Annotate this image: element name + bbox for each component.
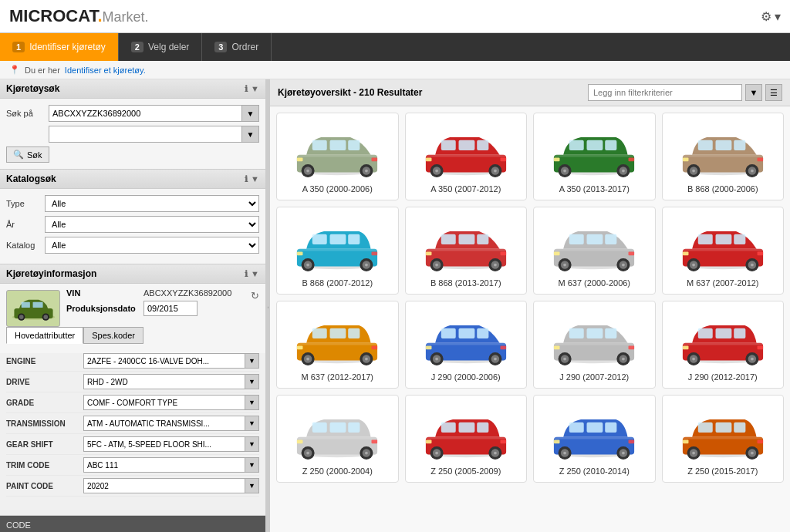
left-panel: Kjøretøysøk ℹ ▼ Søk på ▼ bbox=[0, 79, 266, 532]
vehicle-search-section: Kjøretøysøk ℹ ▼ Søk på ▼ bbox=[0, 79, 265, 170]
svg-rect-94 bbox=[569, 234, 584, 244]
car-card-image bbox=[283, 308, 391, 369]
attr-dropdown-arrow[interactable]: ▼ bbox=[245, 416, 259, 431]
car-svg bbox=[671, 123, 775, 178]
car-card[interactable]: J 290 (2000-2006) bbox=[405, 301, 528, 389]
svg-rect-217 bbox=[554, 437, 634, 439]
svg-rect-11 bbox=[330, 140, 346, 150]
attr-dropdown-arrow[interactable]: ▼ bbox=[245, 457, 259, 473]
car-card-label: Z 250 (2010-2014) bbox=[559, 466, 630, 476]
car-card[interactable]: B 868 (2007-2012) bbox=[276, 207, 399, 295]
car-card[interactable]: Z 250 (2010-2014) bbox=[533, 395, 656, 483]
svg-rect-119 bbox=[683, 249, 763, 251]
svg-rect-215 bbox=[554, 439, 560, 443]
year-row: År Alle bbox=[6, 216, 259, 233]
attr-value-input[interactable] bbox=[83, 457, 245, 473]
info-icon[interactable]: ℹ bbox=[245, 84, 248, 94]
tab-select-parts[interactable]: 2 Velg deler bbox=[119, 33, 203, 61]
attr-value-input[interactable] bbox=[83, 374, 245, 389]
search-input[interactable] bbox=[49, 105, 242, 122]
attr-dropdown-arrow[interactable]: ▼ bbox=[245, 436, 259, 452]
svg-point-158 bbox=[622, 358, 625, 361]
tab-identify-vehicle[interactable]: 1 Identifiser kjøretøy bbox=[0, 33, 119, 61]
breadcrumb-prefix: Du er her bbox=[25, 66, 60, 75]
car-card-label: A 350 (2000-2006) bbox=[302, 184, 373, 194]
search-dropdown-arrow[interactable]: ▼ bbox=[242, 105, 259, 122]
catalog-select[interactable]: Alle bbox=[45, 237, 259, 254]
svg-rect-122 bbox=[312, 328, 327, 338]
catalog-triangle-icon[interactable]: ▼ bbox=[251, 174, 259, 184]
vehicle-info-section: Kjøretøyinformasjon ℹ ▼ bbox=[0, 264, 265, 516]
tab-label-1: Identifiser kjøretøy bbox=[29, 42, 106, 52]
refresh-icon[interactable]: ↻ bbox=[251, 290, 259, 301]
attr-dropdown-arrow[interactable]: ▼ bbox=[245, 353, 259, 369]
svg-point-214 bbox=[622, 452, 625, 455]
attr-value-input[interactable] bbox=[83, 353, 245, 369]
svg-rect-137 bbox=[458, 328, 474, 338]
svg-rect-12 bbox=[348, 140, 360, 150]
vin-label: VIN bbox=[66, 288, 143, 298]
svg-rect-180 bbox=[348, 423, 360, 433]
car-card[interactable]: A 350 (2013-2017) bbox=[533, 113, 656, 200]
filter-input[interactable] bbox=[588, 84, 742, 101]
car-card[interactable]: A 350 (2007-2012) bbox=[405, 113, 528, 200]
logo-market: Market. bbox=[103, 9, 149, 25]
year-select[interactable]: Alle bbox=[45, 216, 259, 233]
attr-value-input[interactable] bbox=[83, 416, 245, 431]
attr-dropdown-arrow[interactable]: ▼ bbox=[245, 374, 259, 389]
svg-point-130 bbox=[365, 358, 368, 361]
car-card[interactable]: M 637 (2000-2006) bbox=[533, 207, 656, 295]
filter-dropdown-btn[interactable]: ▼ bbox=[745, 84, 762, 101]
car-svg bbox=[671, 405, 775, 460]
main-content: Kjøretøysøk ℹ ▼ Søk på ▼ bbox=[0, 79, 790, 532]
attr-key: DRIVE bbox=[6, 378, 83, 386]
filter-grid-btn[interactable]: ☰ bbox=[765, 84, 782, 101]
right-header: Kjøretøyoversikt - 210 Resultater ▼ ☰ bbox=[270, 79, 790, 106]
svg-point-116 bbox=[751, 264, 754, 267]
second-dropdown-arrow[interactable]: ▼ bbox=[242, 126, 259, 143]
svg-rect-221 bbox=[715, 423, 731, 433]
type-select-wrap: Alle bbox=[45, 195, 259, 212]
search-label: Søk på bbox=[6, 109, 49, 118]
second-search-input[interactable] bbox=[49, 126, 242, 143]
search-button[interactable]: 🔍 Søk bbox=[6, 146, 49, 163]
attr-value-input[interactable] bbox=[83, 436, 245, 452]
car-card[interactable]: Z 250 (2015-2017) bbox=[662, 395, 785, 483]
svg-point-186 bbox=[365, 452, 368, 455]
svg-rect-160 bbox=[629, 345, 635, 349]
vehicle-info-icons: ℹ ▼ bbox=[245, 269, 259, 279]
tab-orders[interactable]: 3 Ordrer bbox=[202, 33, 272, 61]
catalog-info-icon[interactable]: ℹ bbox=[245, 174, 248, 184]
car-card-label: J 290 (2000-2006) bbox=[431, 372, 501, 382]
car-card[interactable]: B 868 (2013-2017) bbox=[405, 207, 528, 295]
car-card[interactable]: A 350 (2000-2006) bbox=[276, 113, 399, 200]
car-card[interactable]: J 290 (2007-2012) bbox=[533, 301, 656, 389]
vehicle-info-triangle[interactable]: ▼ bbox=[251, 269, 259, 279]
vehicle-info-icon[interactable]: ℹ bbox=[245, 269, 248, 279]
attr-value-input[interactable] bbox=[83, 395, 245, 410]
breadcrumb-link[interactable]: Identifiser et kjøretøy. bbox=[65, 66, 146, 75]
tab-speskoder[interactable]: Spes.koder bbox=[83, 327, 143, 344]
attr-dropdown-arrow[interactable]: ▼ bbox=[245, 478, 259, 493]
prod-input[interactable] bbox=[143, 301, 198, 316]
attr-value-input[interactable] bbox=[83, 478, 245, 493]
svg-rect-91 bbox=[426, 249, 506, 251]
search-icon: 🔍 bbox=[13, 150, 24, 160]
car-card[interactable]: Z 250 (2005-2009) bbox=[405, 395, 528, 483]
car-card[interactable]: M 637 (2012-2017) bbox=[276, 301, 399, 389]
gear-icon[interactable]: ⚙ ▾ bbox=[761, 9, 781, 24]
attr-key: PAINT CODE bbox=[6, 482, 83, 490]
svg-rect-20 bbox=[372, 157, 378, 161]
car-card[interactable]: B 868 (2000-2006) bbox=[662, 113, 785, 200]
svg-rect-178 bbox=[312, 423, 327, 433]
car-card[interactable]: J 290 (2012-2017) bbox=[662, 301, 785, 389]
attr-dropdown-arrow[interactable]: ▼ bbox=[245, 395, 259, 410]
car-card[interactable]: Z 250 (2000-2004) bbox=[276, 395, 399, 483]
type-select[interactable]: Alle bbox=[45, 195, 259, 212]
svg-point-228 bbox=[751, 452, 754, 455]
tab-hauptattribute[interactable]: Hovedattributter bbox=[6, 327, 83, 344]
attr-row: PAINT CODE ▼ bbox=[6, 478, 259, 497]
car-card[interactable]: M 637 (2007-2012) bbox=[662, 207, 785, 295]
triangle-icon[interactable]: ▼ bbox=[251, 84, 259, 94]
svg-rect-229 bbox=[683, 439, 689, 443]
